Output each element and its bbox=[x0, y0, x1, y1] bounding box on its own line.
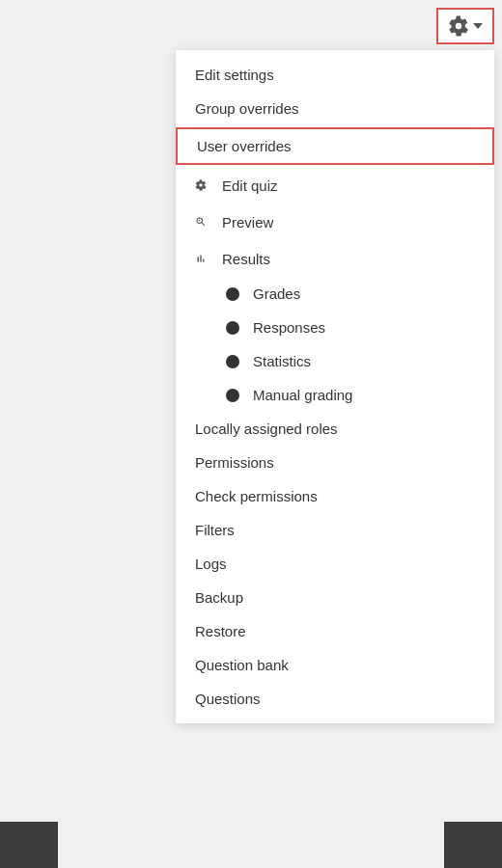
menu-item-backup[interactable]: Backup bbox=[176, 581, 494, 614]
menu-item-permissions-label: Permissions bbox=[195, 454, 274, 471]
menu-item-filters-label: Filters bbox=[195, 522, 235, 538]
settings-dropdown-menu: Edit settings Group overrides User overr… bbox=[176, 50, 494, 723]
menu-item-manual-grading[interactable]: Manual grading bbox=[176, 378, 494, 412]
dot-icon-statistics bbox=[226, 355, 239, 368]
menu-item-responses[interactable]: Responses bbox=[176, 311, 494, 344]
results-icon bbox=[195, 249, 214, 268]
bottom-bar-right bbox=[444, 822, 502, 868]
menu-item-logs[interactable]: Logs bbox=[176, 547, 494, 581]
menu-item-statistics-label: Statistics bbox=[253, 353, 311, 369]
gear-settings-button[interactable] bbox=[436, 8, 494, 44]
menu-item-questions[interactable]: Questions bbox=[176, 682, 494, 716]
dot-icon-responses bbox=[226, 321, 239, 335]
menu-item-results-label: Results bbox=[222, 251, 270, 267]
menu-item-locally-assigned-roles[interactable]: Locally assigned roles bbox=[176, 412, 494, 446]
menu-item-backup-label: Backup bbox=[195, 589, 243, 606]
menu-item-edit-settings[interactable]: Edit settings bbox=[176, 58, 494, 92]
menu-item-logs-label: Logs bbox=[195, 556, 227, 572]
preview-icon bbox=[195, 212, 214, 231]
menu-item-restore[interactable]: Restore bbox=[176, 614, 494, 648]
menu-item-group-overrides-label: Group overrides bbox=[195, 100, 299, 117]
menu-item-locally-assigned-roles-label: Locally assigned roles bbox=[195, 420, 338, 437]
menu-item-preview[interactable]: Preview bbox=[176, 203, 494, 240]
gear-small-icon bbox=[195, 176, 214, 195]
menu-item-restore-label: Restore bbox=[195, 623, 246, 639]
menu-item-check-permissions-label: Check permissions bbox=[195, 488, 318, 504]
menu-item-grades[interactable]: Grades bbox=[176, 277, 494, 311]
menu-item-manual-grading-label: Manual grading bbox=[253, 387, 352, 403]
bottom-bar-left bbox=[0, 822, 58, 868]
menu-item-results[interactable]: Results bbox=[176, 240, 494, 277]
menu-item-question-bank[interactable]: Question bank bbox=[176, 648, 494, 682]
menu-item-responses-label: Responses bbox=[253, 319, 325, 336]
dot-icon-manual-grading bbox=[226, 389, 239, 402]
chevron-down-icon bbox=[473, 23, 483, 29]
menu-item-user-overrides-label: User overrides bbox=[197, 138, 292, 154]
menu-item-group-overrides[interactable]: Group overrides bbox=[176, 92, 494, 125]
menu-item-filters[interactable]: Filters bbox=[176, 513, 494, 547]
menu-item-preview-label: Preview bbox=[222, 214, 273, 231]
menu-item-edit-quiz[interactable]: Edit quiz bbox=[176, 167, 494, 203]
menu-item-grades-label: Grades bbox=[253, 285, 300, 302]
menu-item-user-overrides[interactable]: User overrides bbox=[176, 127, 494, 165]
menu-item-permissions[interactable]: Permissions bbox=[176, 446, 494, 479]
menu-item-edit-quiz-label: Edit quiz bbox=[222, 177, 278, 194]
menu-item-questions-label: Questions bbox=[195, 691, 261, 707]
menu-item-question-bank-label: Question bank bbox=[195, 657, 289, 673]
gear-icon bbox=[448, 15, 469, 37]
menu-item-edit-settings-label: Edit settings bbox=[195, 67, 274, 83]
menu-item-check-permissions[interactable]: Check permissions bbox=[176, 479, 494, 513]
dot-icon-grades bbox=[226, 287, 239, 301]
menu-item-statistics[interactable]: Statistics bbox=[176, 344, 494, 378]
